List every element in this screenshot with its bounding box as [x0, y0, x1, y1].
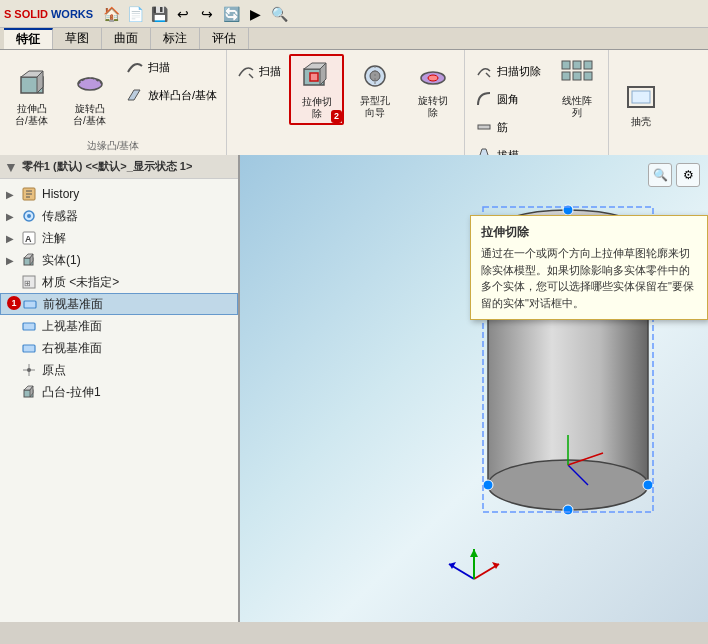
tab-features[interactable]: 特征 — [4, 28, 53, 49]
undo-icon[interactable]: ↩ — [173, 4, 193, 24]
front-plane-icon — [21, 295, 39, 313]
top-plane-icon — [20, 317, 38, 335]
rebuild-icon[interactable]: 🔄 — [221, 4, 241, 24]
svg-line-15 — [486, 73, 490, 77]
tooltip-popup: 拉伸切除 通过在一个或两个方向上拉伸草图轮廓来切除实体模型。如果切除影响多实体零… — [470, 215, 708, 320]
front-plane-badge: 1 — [7, 296, 21, 310]
solid-body-icon — [20, 251, 38, 269]
tab-sketch[interactable]: 草图 — [53, 28, 102, 49]
sweep-boss-button[interactable]: 扫描 — [120, 54, 222, 80]
svg-text:⊞: ⊞ — [24, 279, 31, 288]
tree-item-front-plane[interactable]: 前视基准面 1 — [0, 293, 238, 315]
extrude-boss-button[interactable]: 拉伸凸台/基体 — [4, 54, 59, 139]
svg-rect-22 — [573, 72, 581, 80]
svg-text:A: A — [25, 234, 32, 244]
tree-item-top-plane[interactable]: 上视基准面 — [0, 315, 238, 337]
top-plane-label: 上视基准面 — [42, 318, 102, 335]
svg-point-52 — [483, 480, 493, 490]
svg-rect-19 — [573, 61, 581, 69]
top-toolbar-icons: 🏠 📄 💾 ↩ ↪ 🔄 ▶ 🔍 — [101, 4, 289, 24]
solidworks-logo: S SOLIDWORKS — [4, 8, 93, 20]
feature-tree-header: ▼ 零件1 (默认) <<默认>_显示状态 1> — [0, 155, 238, 179]
ribbon-group-cut: 扫描 拉伸切除 2 异型孔向导 — [227, 50, 465, 155]
tree-item-history[interactable]: ▶ History — [0, 183, 238, 205]
options-icon[interactable]: ▶ — [245, 4, 265, 24]
svg-rect-25 — [632, 91, 650, 103]
hole-wizard-button[interactable]: 异型孔向导 — [347, 54, 402, 123]
canvas-search-icon[interactable]: 🔍 — [648, 163, 672, 187]
feature-tree: ▼ 零件1 (默认) <<默认>_显示状态 1> ▶ History ▶ 传感器 — [0, 155, 240, 622]
solid-label: 实体(1) — [42, 252, 81, 269]
ribbon: 拉伸凸台/基体 旋转凸台/基体 扫描 — [0, 50, 708, 155]
history-label: History — [42, 187, 79, 201]
feature-tree-title: 零件1 (默认) <<默认>_显示状态 1> — [22, 159, 234, 174]
loft-boss-button[interactable]: 放样凸台/基体 — [120, 82, 222, 108]
svg-point-53 — [643, 480, 653, 490]
rib-button[interactable]: 筋 — [469, 114, 546, 140]
fillet-button[interactable]: 圆角 — [469, 86, 546, 112]
tab-bar: 特征 草图 曲面 标注 评估 — [0, 28, 708, 50]
new-icon[interactable]: 📄 — [125, 4, 145, 24]
right-plane-icon — [20, 339, 38, 357]
sensor-label: 传感器 — [42, 208, 78, 225]
svg-rect-23 — [584, 72, 592, 80]
tooltip-title: 拉伸切除 — [481, 224, 697, 241]
svg-rect-40 — [23, 323, 35, 330]
tree-item-solid[interactable]: ▶ 实体(1) — [0, 249, 238, 271]
svg-rect-41 — [23, 345, 35, 352]
tab-evaluate[interactable]: 评估 — [200, 28, 249, 49]
tree-item-extrude1[interactable]: 凸台-拉伸1 — [0, 381, 238, 403]
annotation-icon: A — [20, 229, 38, 247]
ribbon-group-boss: 拉伸凸台/基体 旋转凸台/基体 扫描 — [0, 50, 227, 155]
svg-line-5 — [249, 74, 253, 78]
canvas-settings-icon[interactable]: ⚙ — [676, 163, 700, 187]
svg-point-44 — [27, 368, 31, 372]
redo-icon[interactable]: ↪ — [197, 4, 217, 24]
svg-rect-39 — [24, 301, 36, 308]
home-icon[interactable]: 🏠 — [101, 4, 121, 24]
group-boss-label: 边缘凸/基体 — [4, 139, 222, 153]
tab-annotation[interactable]: 标注 — [151, 28, 200, 49]
origin-icon — [20, 361, 38, 379]
annotation-label: 注解 — [42, 230, 66, 247]
revolve-cut-button[interactable]: 旋转切除 — [405, 54, 460, 123]
save-icon[interactable]: 💾 — [149, 4, 169, 24]
svg-point-14 — [428, 75, 438, 81]
sweep-cut-button[interactable]: 扫描切除 — [469, 58, 546, 84]
svg-rect-21 — [562, 72, 570, 80]
search-icon[interactable]: 🔍 — [269, 4, 289, 24]
tooltip-body: 通过在一个或两个方向上拉伸草图轮廓来切除实体模型。如果切除影响多实体零件中的多个… — [481, 245, 697, 311]
ribbon-group-shell: 抽壳 — [609, 50, 672, 155]
svg-point-55 — [563, 505, 573, 515]
svg-marker-4 — [128, 90, 140, 100]
svg-point-3 — [78, 78, 102, 90]
extrude1-icon — [20, 383, 38, 401]
tab-surface[interactable]: 曲面 — [102, 28, 151, 49]
front-plane-label: 前视基准面 — [43, 296, 103, 313]
material-label: 材质 <未指定> — [42, 274, 119, 291]
tree-item-right-plane[interactable]: 右视基准面 — [0, 337, 238, 359]
revolve-boss-button[interactable]: 旋转凸台/基体 — [62, 54, 117, 139]
feature-tree-items: ▶ History ▶ 传感器 ▶ A 注解 — [0, 179, 238, 622]
sensor-icon — [20, 207, 38, 225]
tree-item-origin[interactable]: 原点 — [0, 359, 238, 381]
origin-label: 原点 — [42, 362, 66, 379]
svg-rect-20 — [584, 61, 592, 69]
svg-point-48 — [488, 460, 648, 510]
extrude1-label: 凸台-拉伸1 — [42, 384, 101, 401]
sweep-cut-small-button[interactable]: 扫描 — [231, 58, 286, 84]
main-area: ▼ 零件1 (默认) <<默认>_显示状态 1> ▶ History ▶ 传感器 — [0, 155, 708, 622]
tree-item-annotations[interactable]: ▶ A 注解 — [0, 227, 238, 249]
svg-point-31 — [27, 214, 31, 218]
material-icon: ⊞ — [20, 273, 38, 291]
shell-button[interactable]: 抽壳 — [613, 54, 668, 153]
canvas-toolbar: 🔍 ⚙ — [648, 163, 700, 187]
extrude-cut-button[interactable]: 拉伸切除 2 — [289, 54, 344, 125]
tree-item-material[interactable]: ⊞ 材质 <未指定> — [0, 271, 238, 293]
tree-item-sensors[interactable]: ▶ 传感器 — [0, 205, 238, 227]
linear-pattern-button[interactable]: 线性阵列 — [549, 54, 604, 123]
svg-rect-9 — [310, 73, 318, 81]
svg-rect-18 — [562, 61, 570, 69]
filter-icon: ▼ — [4, 159, 18, 175]
svg-rect-16 — [478, 125, 490, 129]
